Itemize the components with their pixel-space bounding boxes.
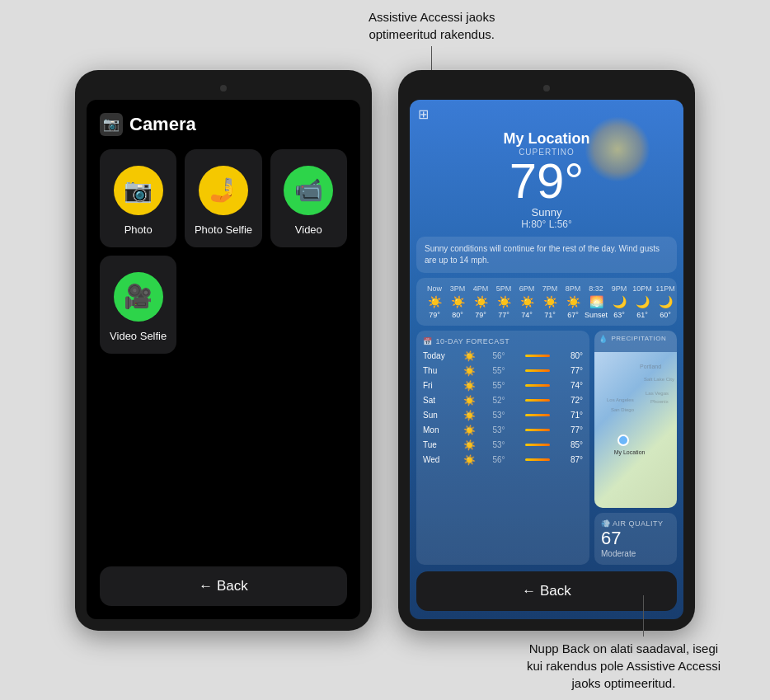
hourly-item-5: 7PM ☀️ 71° (538, 284, 561, 319)
forecast-row-mon: Mon ☀️ 53° 77° (423, 425, 583, 436)
ipad-camera-left (220, 85, 227, 92)
hourly-item-8: 10PM 🌙 61° (631, 284, 654, 319)
forecast-row-fri: Fri ☀️ 55° 74° (423, 380, 583, 392)
map-location-dot (617, 435, 629, 446)
video-selfie-label: Video Selfie (110, 330, 167, 342)
forecast-panel: 📅 10-DAY FORECAST Today ☀️ 56° 80° Thu (416, 331, 589, 565)
hourly-item-7: 9PM 🌙 63° (608, 284, 631, 319)
forecast-row-tue: Tue ☀️ 53° 85° (423, 439, 583, 451)
video-selfie-icon: 🎥 (114, 272, 163, 322)
hourly-item-sunset: 8:32 🌅 Sunset (585, 284, 608, 319)
forecast-row-sat: Sat ☀️ 52° 72° (423, 395, 583, 406)
weather-condition: Sunny (410, 206, 683, 218)
callout-bottom-line2: kui rakendus pole Assistive Accessi (527, 659, 721, 673)
camera-app-icon: 📷 (100, 113, 123, 136)
forecast-row-sun: Sun ☀️ 53° 71° (423, 410, 583, 421)
photo-selfie-button[interactable]: 🤳 Photo Selfie (185, 149, 261, 247)
photo-label: Photo (124, 223, 153, 236)
weather-summary: Sunny conditions will continue for the r… (416, 237, 677, 273)
forecast-row-thu: Thu ☀️ 55° 77° (423, 365, 583, 377)
photo-icon: 📷 (114, 166, 163, 215)
video-label: Video (295, 223, 322, 236)
camera-back-bar: ← Back (100, 566, 347, 606)
hourly-item-9: 11PM 🌙 60° (654, 284, 677, 319)
hourly-item-0: Now ☀️ 79° (423, 284, 446, 319)
air-quality-panel: 💨 AIR QUALITY 67 Moderate (594, 513, 677, 565)
weather-top-icon: ⊞ (418, 106, 429, 122)
photo-button[interactable]: 📷 Photo (100, 149, 176, 247)
svg-text:Portland: Portland (640, 364, 661, 369)
ipad-left: 📷 Camera 📷 Photo 🤳 Photo Selfie (75, 70, 372, 631)
hourly-item-1: 3PM ☀️ 80° (446, 284, 469, 319)
camera-title-bar: 📷 Camera (100, 113, 347, 136)
screen-left: 📷 Camera 📷 Photo 🤳 Photo Selfie (87, 100, 360, 619)
camera-app: 📷 Camera 📷 Photo 🤳 Photo Selfie (87, 100, 360, 619)
svg-text:San Diego: San Diego (611, 407, 635, 412)
video-selfie-button[interactable]: 🎥 Video Selfie (100, 256, 176, 354)
hourly-item-6: 8PM ☀️ 67° (561, 284, 585, 319)
svg-text:Los Angeles: Los Angeles (607, 397, 634, 402)
screen-right: ⊞ My Location CUPERTINO 79° Sunny H:80° … (410, 100, 683, 619)
callout-top-line1: Assistive Accessi jaoks (369, 10, 495, 24)
callout-bottom-line1: Nupp Back on alati saadaval, isegi (529, 641, 718, 655)
camera-button-grid-bottom: 🎥 Video Selfie (100, 256, 347, 354)
weather-top-bar: ⊞ (410, 100, 683, 122)
weather-high-low: H:80° L:56° (410, 218, 683, 230)
map-location-label: My Location (614, 449, 646, 455)
hourly-item-4: 6PM ☀️ 74° (515, 284, 538, 319)
sun-glow-decoration (585, 116, 650, 182)
svg-text:Phoenix: Phoenix (650, 399, 669, 404)
camera-back-button[interactable]: ← Back (100, 566, 347, 606)
video-icon: 📹 (284, 166, 333, 215)
svg-text:Las Vegas: Las Vegas (646, 391, 669, 396)
callout-bottom-line3: jaoks optimeeritud. (571, 676, 675, 690)
hourly-item-3: 5PM ☀️ 77° (492, 284, 515, 319)
callout-bottom: Nupp Back on alati saadaval, isegi kui r… (527, 595, 721, 692)
video-button[interactable]: 📹 Video (270, 149, 347, 247)
hourly-item-2: 4PM ☀️ 79° (469, 284, 492, 319)
precipitation-title: 💧 PRECIPITATION (599, 335, 673, 343)
forecast-row-wed: Wed ☀️ 56° 87° (423, 454, 583, 466)
svg-text:Salt Lake City: Salt Lake City (644, 377, 674, 382)
scene: Assistive Accessi jaoks optimeeritud rak… (0, 0, 770, 700)
precipitation-map-panel: 💧 PRECIPITATION My Location Portland Sal… (594, 331, 677, 508)
forecast-row-today: Today ☀️ 56° 80° (423, 350, 583, 362)
photo-selfie-icon: 🤳 (199, 166, 248, 215)
air-quality-value: 67 (601, 528, 670, 549)
photo-selfie-label: Photo Selfie (195, 223, 252, 236)
weather-hourly-forecast: Now ☀️ 79° 3PM ☀️ 80° 4PM ☀️ 79° (416, 278, 677, 326)
ipad-right: ⊞ My Location CUPERTINO 79° Sunny H:80° … (398, 70, 695, 631)
ipad-camera-right (543, 85, 550, 92)
weather-app: ⊞ My Location CUPERTINO 79° Sunny H:80° … (410, 100, 683, 619)
hourly-row: Now ☀️ 79° 3PM ☀️ 80° 4PM ☀️ 79° (423, 284, 670, 319)
precipitation-map: My Location Portland Salt Lake City Las … (594, 352, 677, 508)
camera-app-name: Camera (129, 114, 196, 135)
camera-button-grid-top: 📷 Photo 🤳 Photo Selfie 📹 Video (100, 149, 347, 247)
air-quality-label: Moderate (601, 549, 670, 558)
forecast-title: 📅 10-DAY FORECAST (423, 337, 583, 345)
right-side-panels: 💧 PRECIPITATION My Location Portland Sal… (594, 331, 677, 565)
weather-bottom-panels: 📅 10-DAY FORECAST Today ☀️ 56° 80° Thu (416, 331, 677, 565)
air-quality-title: 💨 AIR QUALITY (601, 519, 670, 528)
callout-top-line2: optimeeritud rakendus. (369, 27, 495, 41)
